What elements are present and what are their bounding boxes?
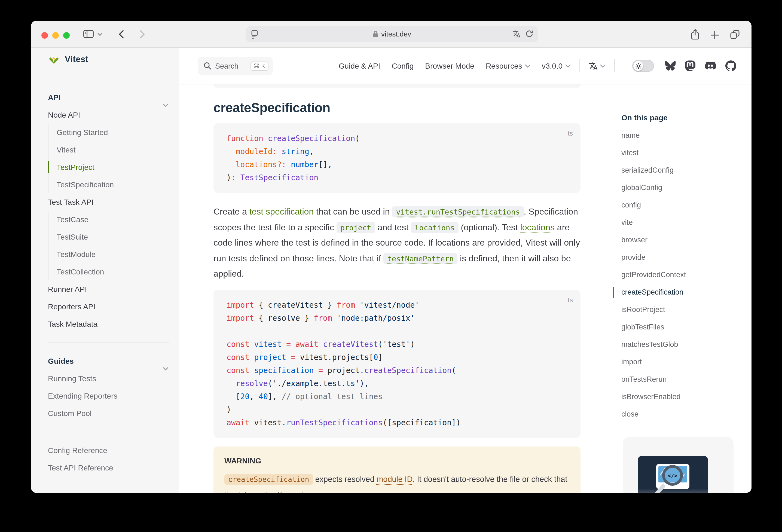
text-run: Create a [213,207,249,216]
inline-link-test-specification[interactable]: test specification [249,207,314,216]
nav-link-v3-0-0[interactable]: v3.0.0 [542,62,571,70]
mastodon-icon[interactable] [685,61,696,71]
back-icon[interactable] [118,30,124,39]
sidebar-item-getting-started[interactable]: Getting Started [57,123,169,141]
nav-link-guide-api[interactable]: Guide & API [339,62,380,70]
close-window-button[interactable] [41,32,48,39]
toc-item-matchestestglob[interactable]: matchesTestGlob [621,336,741,353]
toc-item-globalconfig[interactable]: globalConfig [621,179,741,197]
sidebar-section-title-guides[interactable]: Guides [48,352,169,370]
vitest-logo-icon [48,54,60,65]
nav-link-resources[interactable]: Resources [486,62,530,70]
sidebar-item-extending-reporters[interactable]: Extending Reporters [48,387,169,404]
sidebar-item-test-task-api[interactable]: Test Task API [48,193,169,211]
toc-item-isbrowserenabled[interactable]: isBrowserEnabled [621,388,741,406]
inline-code-link-vitest-runtestspecifications[interactable]: vitest.runTestSpecifications [392,206,524,217]
lock-icon [372,31,379,38]
chevron-down-icon [163,367,168,371]
sidebar-item-custom-pool[interactable]: Custom Pool [48,404,169,422]
sidebar-item-config-reference[interactable]: Config Reference [48,441,169,459]
toolbar-chevron-down-icon[interactable] [98,33,102,36]
sidebar-item-testspecification[interactable]: TestSpecification [57,176,169,193]
sidebar-item-reporters-api[interactable]: Reporters API [48,298,169,315]
sun-icon [635,63,641,69]
site-title: Vitest [65,55,88,64]
navbar-right: Guide & APIConfigBrowser ModeResourcesv3… [339,48,751,84]
warning-callout: WARNING createSpecification expects reso… [213,447,580,493]
sidebar-toggle-icon[interactable] [83,30,94,38]
share-icon[interactable] [690,29,700,40]
toc-item-globtestfiles[interactable]: globTestFiles [621,319,741,336]
sidebar-section-api: APINode APIGetting StartedVitestTestProj… [48,71,169,343]
toc-item-name[interactable]: name [621,127,741,144]
inline-link-module-id[interactable]: module ID [377,475,413,484]
bluesky-icon[interactable] [665,61,676,71]
page-title: createSpecification [213,99,580,116]
sponsor-ad[interactable]: </> [623,437,734,493]
sidebar-item-testsuite[interactable]: TestSuite [57,228,169,246]
text-run: expects resolved [313,475,377,484]
sidebar-item-running-tests[interactable]: Running Tests [48,370,169,387]
zoom-window-button[interactable] [63,32,70,39]
sidebar-item-testmodule[interactable]: TestModule [57,246,169,263]
address-bar[interactable]: vitest.dev [246,26,538,42]
warning-body: createSpecification expects resolved mod… [224,471,570,493]
navbar-divider [614,59,615,72]
toc-item-browser[interactable]: browser [621,232,741,249]
discord-icon[interactable] [705,61,716,71]
sidebar-group-items: Getting StartedVitestTestProjectTestSpec… [48,123,169,193]
sidebar-section-title-api[interactable]: API [48,89,169,106]
inline-code-createspecification[interactable]: createSpecification [224,474,313,485]
inline-code-link-testnamepattern[interactable]: testNamePattern [383,253,457,264]
toc-item-serializedconfig[interactable]: serializedConfig [621,162,741,179]
forward-icon[interactable] [139,30,145,39]
toc-item-vite[interactable]: vite [621,214,741,232]
inline-code-project[interactable]: project [336,222,375,233]
page: Vitest APINode APIGetting StartedVitestT… [31,48,751,493]
sidebar-item-testcase[interactable]: TestCase [57,211,169,228]
toc-item-getprovidedcontext[interactable]: getProvidedContext [621,266,741,284]
text-run: and test [375,222,411,232]
site-logo[interactable]: Vitest [48,48,169,71]
reload-icon[interactable] [526,30,533,38]
sidebar-item-node-api[interactable]: Node API [48,106,169,123]
toc-item-close[interactable]: close [621,406,741,423]
toc-item-config[interactable]: config [621,197,741,214]
nav-link-browser-mode[interactable]: Browser Mode [425,62,474,70]
sidebar-item-testcollection[interactable]: TestCollection [57,263,169,280]
new-tab-icon[interactable] [711,31,719,39]
browser-window: vitest.dev [31,21,751,493]
nav-link-config[interactable]: Config [392,62,414,70]
sidebar-item-testproject[interactable]: TestProject [57,158,169,176]
language-menu-button[interactable] [589,61,606,71]
search-input[interactable]: Search ⌘ K [198,57,273,75]
toc-item-isrootproject[interactable]: isRootProject [621,301,741,319]
toc-item-provide[interactable]: provide [621,249,741,266]
sidebar-section-guides: GuidesRunning TestsExtending ReportersCu… [48,343,169,432]
github-icon[interactable] [725,61,736,71]
signature-code-block: ts function createSpecification( moduleI… [213,123,580,193]
toc-item-ontestsrerun[interactable]: onTestsRerun [621,371,741,388]
tab-overview-icon[interactable] [730,30,740,39]
sidebar-item-runner-api[interactable]: Runner API [48,280,169,298]
code-lang-badge: ts [568,293,573,307]
on-this-page: On this page namevitestserializedConfigg… [613,109,741,423]
translate-icon[interactable] [512,30,521,38]
theme-toggle[interactable] [632,60,654,72]
sidebar-section: Config ReferenceTest API Reference [48,432,169,486]
sidebar-group-items: TestCaseTestSuiteTestModuleTestCollectio… [48,211,169,280]
text-run: that can be used in [314,207,392,216]
sidebar-item-vitest[interactable]: Vitest [57,141,169,158]
toc-title: On this page [621,112,741,123]
inline-link-locations[interactable]: locations [520,222,555,232]
sidebar-item-test-api-reference[interactable]: Test API Reference [48,459,169,476]
toc-item-createspecification[interactable]: createSpecification [621,284,741,301]
sidebar-item-task-metadata[interactable]: Task Metadata [48,315,169,333]
inline-code-locations[interactable]: locations [411,222,458,233]
theme-toggle-knob [633,61,643,71]
toc-item-import[interactable]: import [621,353,741,371]
page-settings-icon[interactable] [251,30,258,39]
search-icon [204,62,211,70]
minimize-window-button[interactable] [52,32,59,39]
toc-item-vitest[interactable]: vitest [621,144,741,162]
